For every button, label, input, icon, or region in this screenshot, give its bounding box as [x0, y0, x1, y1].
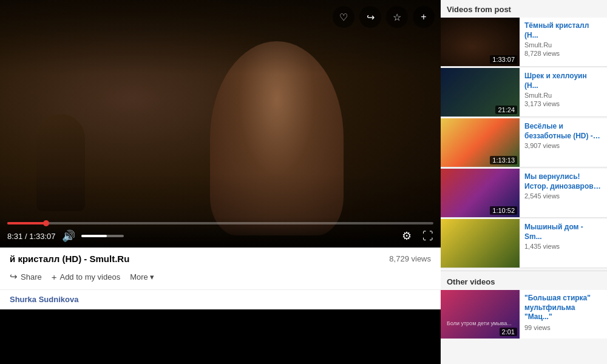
- other-meta-1: "Большая стирка" мультфильма "Мац..." 99…: [520, 290, 607, 339]
- add-icon: +: [52, 272, 57, 282]
- list-item[interactable]: 1:10:52 Мы вернулись! Истор. динозавров …: [441, 169, 607, 218]
- thumbnail-2: 21:24: [441, 68, 520, 116]
- video-list-channel-2: Smult.Ru: [524, 92, 602, 99]
- other-title-1: "Большая стирка" мультфильма "Мац...": [524, 294, 602, 322]
- duration-4: 1:10:52: [490, 206, 517, 215]
- add-label: Add to my videos: [59, 272, 120, 281]
- author-row: Shurka Sudnikova: [0, 289, 441, 309]
- more-button[interactable]: More ▾: [130, 270, 154, 284]
- video-meta-5: Мышиный дом - Sm... 1,435 views: [520, 219, 607, 268]
- video-title-row: й кристалл (HD) - Smult.Ru 8,729 views: [10, 254, 431, 264]
- video-container[interactable]: ♡ ↪ ☆ + 8:31 / 1:33:07 🔊 ⚙: [0, 0, 441, 248]
- total-time: 1:33:07: [29, 232, 55, 241]
- list-item[interactable]: 1:13:13 Весёлые и беззаботные (HD) - Smu…: [441, 118, 607, 167]
- video-meta-2: Шрек и хеллоуин (Н... Smult.Ru 3,173 vie…: [520, 68, 607, 116]
- volume-slider[interactable]: [81, 235, 124, 237]
- share-icon-button[interactable]: ↪: [359, 6, 381, 28]
- video-list-title-3: Весёлые и беззаботные (HD) - Smult.Ru: [524, 122, 602, 141]
- video-list-views-1: 8,728 views: [524, 50, 602, 57]
- video-list-title-4: Мы вернулись! Истор. динозавров (HD) - S…: [524, 172, 602, 191]
- author-link[interactable]: Shurka Sudnikova: [10, 295, 78, 304]
- video-meta-4: Мы вернулись! Истор. динозавров (HD) - S…: [520, 169, 607, 217]
- progress-fill: [7, 222, 46, 224]
- video-top-controls: ♡ ↪ ☆ +: [333, 6, 435, 28]
- heart-button[interactable]: ♡: [333, 6, 354, 28]
- duration-2: 21:24: [495, 106, 517, 114]
- add-button[interactable]: +: [413, 6, 435, 28]
- share-action-button[interactable]: ↪ Share: [10, 269, 42, 285]
- from-post-title: Videos from post: [441, 0, 607, 18]
- thumbnail-3: 1:13:13: [441, 118, 520, 167]
- star-button[interactable]: ☆: [386, 6, 408, 28]
- settings-button[interactable]: ⚙: [402, 229, 412, 243]
- thumbnail-5: [441, 219, 520, 268]
- progress-bar[interactable]: [7, 222, 433, 224]
- video-list-title-1: Тёмный кристалл (Н...: [524, 21, 602, 40]
- duration-1: 1:33:07: [490, 55, 517, 64]
- list-item[interactable]: Мышиный дом - Sm... 1,435 views: [441, 219, 607, 268]
- video-controls: 8:31 / 1:33:07 🔊 ⚙ ⛶: [0, 217, 441, 248]
- video-list-views-2: 3,173 views: [524, 100, 602, 107]
- list-item[interactable]: 21:24 Шрек и хеллоуин (Н... Smult.Ru 3,1…: [441, 68, 607, 117]
- video-title: й кристалл (HD) - Smult.Ru: [10, 254, 129, 264]
- other-videos-title: Other videos: [441, 272, 607, 290]
- video-list-channel-1: Smult.Ru: [524, 41, 602, 49]
- video-player-section: ♡ ↪ ☆ + 8:31 / 1:33:07 🔊 ⚙: [0, 0, 441, 364]
- video-list-views-5: 1,435 views: [524, 243, 602, 250]
- add-to-videos-button[interactable]: + Add to my videos: [52, 269, 120, 285]
- scene-overlay: [0, 0, 441, 248]
- controls-row: 8:31 / 1:33:07 🔊 ⚙ ⛶: [7, 229, 433, 243]
- volume-fill: [81, 235, 107, 237]
- video-actions: ↪ Share + Add to my videos More ▾: [10, 269, 431, 285]
- time-display: 8:31 / 1:33:07: [7, 232, 56, 241]
- video-frame: [0, 0, 441, 248]
- share-label: Share: [21, 272, 42, 281]
- duration-3: 1:13:13: [490, 156, 517, 164]
- other-duration-1: 2:01: [500, 328, 517, 336]
- video-list-title-2: Шрек и хеллоуин (Н...: [524, 72, 602, 90]
- separator: [441, 271, 607, 271]
- videos-panel: Videos from post 1:33:07 Тёмный кристалл…: [441, 0, 607, 364]
- other-views-1: 99 views: [524, 324, 602, 331]
- thumbnail-1: 1:33:07: [441, 18, 520, 66]
- fullscreen-button[interactable]: ⛶: [422, 230, 433, 243]
- video-info: й кристалл (HD) - Smult.Ru 8,729 views ↪…: [0, 248, 441, 289]
- current-time: 8:31: [7, 232, 22, 241]
- video-list-views-3: 3,907 views: [524, 142, 602, 149]
- volume-icon[interactable]: 🔊: [62, 229, 75, 243]
- video-meta-1: Тёмный кристалл (Н... Smult.Ru 8,728 vie…: [520, 18, 607, 66]
- video-meta-3: Весёлые и беззаботные (HD) - Smult.Ru 3,…: [520, 118, 607, 167]
- share-action-icon: ↪: [10, 271, 18, 282]
- more-label: More: [130, 272, 148, 281]
- chevron-down-icon: ▾: [150, 272, 154, 281]
- video-list-title-5: Мышиный дом - Sm...: [524, 223, 602, 241]
- other-thumbnail-1: Боли утром дети умыва... 2:01: [441, 290, 520, 339]
- view-count: 8,729 views: [389, 254, 431, 263]
- progress-dot: [43, 220, 49, 226]
- list-item[interactable]: 1:33:07 Тёмный кристалл (Н... Smult.Ru 8…: [441, 18, 607, 67]
- thumbnail-4: 1:10:52: [441, 169, 520, 217]
- list-item[interactable]: Боли утром дети умыва... 2:01 "Большая с…: [441, 290, 607, 339]
- video-list-views-4: 2,545 views: [524, 192, 602, 200]
